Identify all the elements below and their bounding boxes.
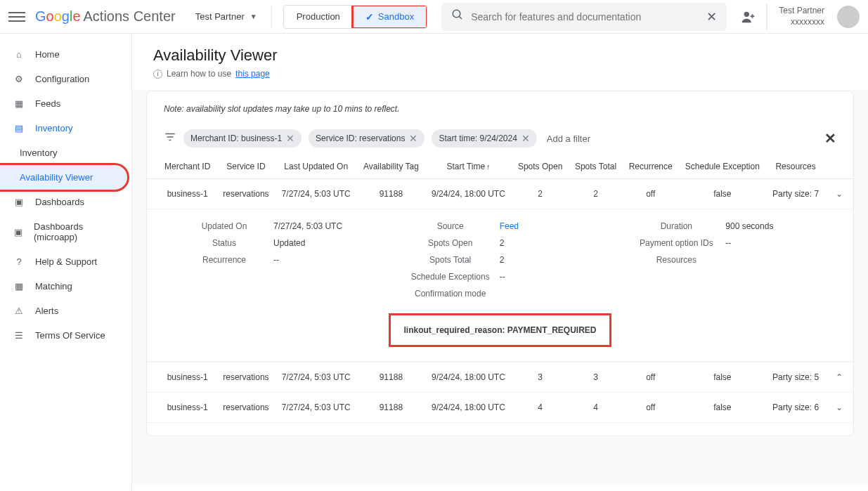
svg-point-2 xyxy=(744,11,749,16)
note-text: Note: availability slot updates may take… xyxy=(147,104,853,125)
gear-icon: ⚙ xyxy=(13,74,25,84)
search-icon xyxy=(451,8,464,25)
svg-line-1 xyxy=(459,16,462,19)
linkout-reason: linkout_required_reason: PAYMENT_REQUIRE… xyxy=(389,313,611,347)
info-icon: i xyxy=(153,70,162,79)
sidebar-item-dashboards[interactable]: ▣Dashboards xyxy=(0,190,131,214)
user-info: Test Partner xxxxxxxx xyxy=(779,6,824,27)
matching-icon: ▦ xyxy=(13,281,25,292)
sidebar-item-tos[interactable]: ☰Terms Of Service xyxy=(0,323,131,348)
sidebar-item-dashboards-micro[interactable]: ▣Dashboards (microapp) xyxy=(0,214,131,249)
avatar[interactable] xyxy=(837,6,860,28)
clear-filters-icon[interactable]: ✕ xyxy=(824,130,836,147)
clear-search-icon[interactable]: ✕ xyxy=(706,9,717,25)
help-text: Learn how to use xyxy=(167,69,231,79)
col-total[interactable]: Spots Total xyxy=(569,155,623,179)
tab-production[interactable]: Production xyxy=(284,6,353,28)
app-title: Actions Center xyxy=(84,8,176,25)
expand-row-icon[interactable]: ⌄ xyxy=(825,393,853,423)
tab-sandbox[interactable]: ✓ Sandbox xyxy=(353,6,427,28)
sidebar-item-inventory[interactable]: ▤Inventory xyxy=(0,116,131,140)
google-logo: Google xyxy=(35,8,81,25)
partner-selector[interactable]: Test Partner ▼ xyxy=(195,6,272,28)
home-icon: ⌂ xyxy=(13,49,25,60)
remove-chip-icon[interactable]: ✕ xyxy=(286,133,294,144)
table-row[interactable]: business-1 reservations 7/27/24, 5:03 UT… xyxy=(147,393,853,423)
remove-chip-icon[interactable]: ✕ xyxy=(522,133,530,144)
add-filter-button[interactable]: Add a filter xyxy=(547,133,590,144)
filter-chip-start[interactable]: Start time: 9/24/2024✕ xyxy=(432,129,536,148)
sort-up-icon: ↑ xyxy=(486,162,491,171)
help-link[interactable]: this page xyxy=(235,69,270,79)
source-link[interactable]: Feed xyxy=(500,221,519,231)
search-input[interactable] xyxy=(471,11,706,22)
filter-icon[interactable] xyxy=(164,131,176,146)
sidebar-item-help[interactable]: ?Help & Support xyxy=(0,249,131,274)
help-icon: ? xyxy=(13,256,25,267)
row-detail-panel: Updated On7/27/24, 5:03 UTC StatusUpdate… xyxy=(147,209,853,362)
dashboard-icon: ▣ xyxy=(13,197,25,207)
sidebar-item-matching[interactable]: ▦Matching xyxy=(0,274,131,299)
tos-icon: ☰ xyxy=(13,330,25,341)
svg-point-0 xyxy=(453,10,460,18)
collapse-row-icon[interactable]: ⌃ xyxy=(825,362,853,393)
col-resources[interactable]: Resources xyxy=(766,155,825,179)
col-updated[interactable]: Last Updated On xyxy=(275,155,356,179)
menu-icon[interactable] xyxy=(8,8,25,25)
person-add-icon[interactable] xyxy=(741,4,767,30)
partner-selector-label: Test Partner xyxy=(195,11,245,22)
sidebar-item-home[interactable]: ⌂Home xyxy=(0,42,131,67)
col-start[interactable]: Start Time↑ xyxy=(425,155,512,179)
sidebar-item-feeds[interactable]: ▦Feeds xyxy=(0,91,131,116)
check-icon: ✓ xyxy=(365,11,374,22)
sidebar-item-configuration[interactable]: ⚙Configuration xyxy=(0,67,131,91)
col-open[interactable]: Spots Open xyxy=(512,155,569,179)
filter-chip-service[interactable]: Service ID: reservations✕ xyxy=(309,129,425,148)
grid-icon: ▦ xyxy=(13,98,25,109)
sidebar-sub-inventory[interactable]: Inventory xyxy=(0,140,131,165)
inventory-icon: ▤ xyxy=(13,123,25,133)
table-row[interactable]: business-1 reservations 7/27/24, 5:03 UT… xyxy=(147,362,853,393)
col-recurrence[interactable]: Recurrence xyxy=(623,155,679,179)
filter-chip-merchant[interactable]: Merchant ID: business-1✕ xyxy=(183,129,302,148)
col-sched[interactable]: Schedule Exception xyxy=(679,155,767,179)
expand-row-icon[interactable]: ⌄ xyxy=(825,179,853,209)
page-title: Availability Viewer xyxy=(153,46,847,65)
col-tag[interactable]: Availability Tag xyxy=(357,155,425,179)
remove-chip-icon[interactable]: ✕ xyxy=(409,133,417,144)
sidebar-sub-availability-viewer[interactable]: Availability Viewer xyxy=(0,165,127,190)
table-row[interactable]: business-1 reservations 7/27/24, 5:03 UT… xyxy=(147,179,853,209)
dashboard-icon: ▣ xyxy=(13,227,24,237)
alert-icon: ⚠ xyxy=(13,306,25,316)
sidebar-item-alerts[interactable]: ⚠Alerts xyxy=(0,299,131,323)
caret-down-icon: ▼ xyxy=(250,13,257,20)
col-merchant-id[interactable]: Merchant ID xyxy=(147,155,216,179)
col-service-id[interactable]: Service ID xyxy=(216,155,275,179)
